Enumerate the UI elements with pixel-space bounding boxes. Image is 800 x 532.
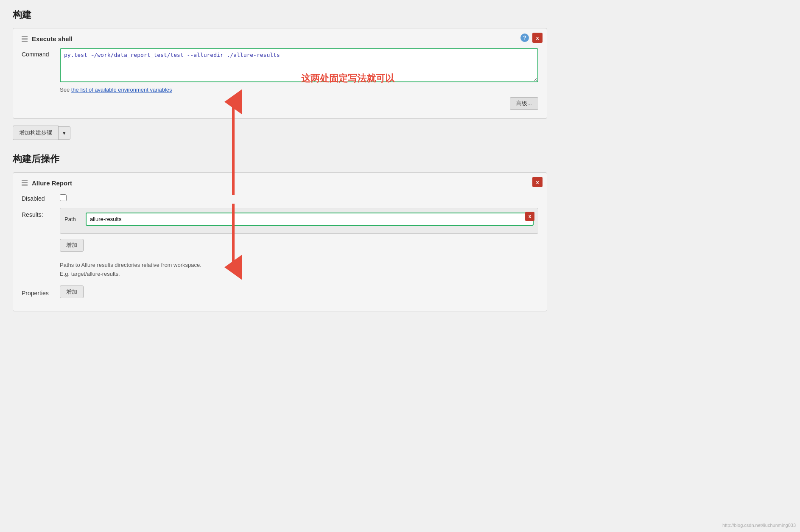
add-step-dropdown-button[interactable]: ▾ (59, 126, 70, 140)
help-icon: ? (520, 34, 529, 42)
results-content: x Path (60, 208, 538, 234)
allure-drag-handle[interactable] (22, 180, 28, 186)
results-section: Results: x Path (22, 208, 538, 234)
hint-line2: E.g. target/allure-results. (60, 270, 538, 279)
allure-report-title: Allure Report (32, 179, 72, 187)
execute-shell-close-button[interactable]: x (532, 33, 543, 43)
disabled-row: Disabled (22, 193, 538, 202)
add-results-button[interactable]: 增加 (60, 239, 84, 252)
execute-shell-title: Execute shell (32, 35, 73, 42)
hint-section: Paths to Allure results directories rela… (60, 261, 538, 279)
add-step-row: 增加构建步骤 ▾ (13, 126, 547, 140)
env-variables-row: See the list of available environment va… (60, 87, 538, 93)
results-close-button[interactable]: x (525, 212, 534, 221)
section-title-build: 构建 (13, 8, 547, 21)
path-label: Path (64, 216, 86, 222)
properties-label: Properties (22, 287, 60, 297)
execute-shell-card: x ? Execute shell Command py.test ~/work… (13, 28, 547, 119)
allure-report-header: Allure Report (22, 179, 538, 187)
annotation-text: 这两处固定写法就可以 (301, 72, 394, 85)
execute-shell-help-button[interactable]: ? (520, 33, 529, 42)
disabled-label: Disabled (22, 193, 60, 202)
add-results-row: 增加 (60, 239, 538, 256)
page-wrapper: 构建 x ? Execute shell Command py.test ~/w… (13, 8, 547, 311)
dropdown-icon: ▾ (63, 130, 66, 136)
advanced-button[interactable]: 高级... (510, 97, 538, 110)
path-input[interactable] (86, 213, 534, 226)
command-row: Command py.test ~/work/data_report_test/… (22, 48, 538, 82)
disabled-checkbox[interactable] (60, 194, 67, 201)
advanced-row: 高级... (22, 97, 538, 110)
hint-line1: Paths to Allure results directories rela… (60, 261, 538, 270)
allure-report-card: x Allure Report Disabled Results: x Path (13, 172, 547, 311)
properties-row: Properties 增加 (22, 286, 538, 298)
execute-shell-header: Execute shell (22, 35, 538, 42)
results-label: Results: (22, 208, 60, 218)
command-textarea[interactable]: py.test ~/work/data_report_test/test --a… (60, 48, 538, 82)
env-variables-link[interactable]: the list of available environment variab… (71, 87, 172, 93)
path-row: Path (64, 213, 534, 226)
add-properties-button[interactable]: 增加 (60, 286, 84, 298)
drag-handle[interactable] (22, 36, 28, 42)
section-title-post-build: 构建后操作 (13, 153, 547, 165)
add-step-button[interactable]: 增加构建步骤 (13, 126, 59, 140)
command-label: Command (22, 48, 60, 58)
allure-report-close-button[interactable]: x (532, 177, 543, 187)
